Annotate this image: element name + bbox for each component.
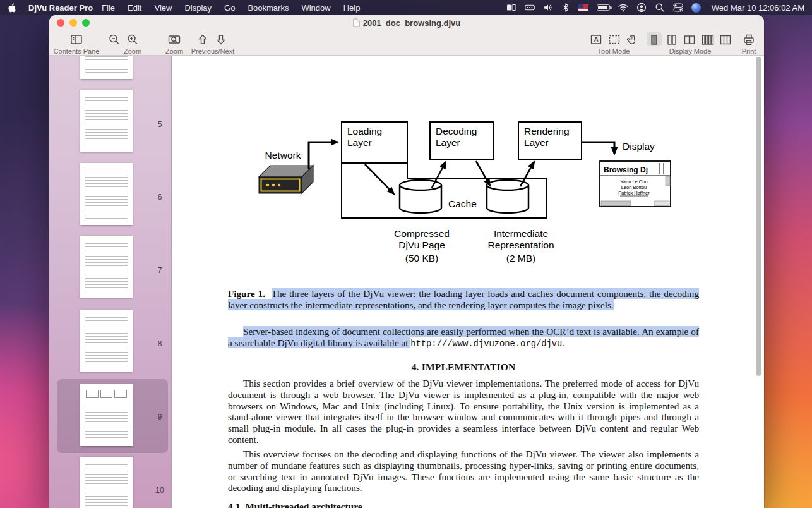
page-thumbnail-7[interactable]	[80, 236, 133, 298]
text-select-tool-button[interactable]: A	[588, 32, 604, 46]
minimize-button[interactable]	[69, 19, 77, 27]
selected-text: The three layers of the DjVu viewer: the…	[228, 288, 699, 310]
browser-window-title: Browsing Dj	[604, 166, 648, 174]
text-select-tool-icon: A	[589, 33, 603, 46]
toolbar: Contents Pane Zoom Zoom Prev	[49, 30, 764, 56]
display-facing-continuous-icon	[701, 33, 715, 46]
apple-menu-icon[interactable]	[8, 3, 17, 13]
thumbnail-figure-preview	[86, 390, 127, 398]
svg-text:Layer: Layer	[524, 137, 549, 148]
page-thumbnail-6[interactable]	[80, 163, 133, 225]
document-proxy-icon	[353, 18, 360, 27]
marquee-select-tool-button[interactable]	[607, 32, 622, 46]
contents-pane-label: Contents Pane	[49, 47, 110, 55]
svg-text:Layer: Layer	[347, 137, 372, 148]
loading-layer-label: Loading	[347, 126, 382, 136]
svg-text:Patrick Haffner: Patrick Haffner	[618, 190, 650, 196]
display-mode-label: Display Mode	[659, 47, 722, 55]
page-thumbnail-9-selected[interactable]	[80, 384, 133, 446]
marquee-zoom-button[interactable]	[167, 32, 182, 46]
bluetooth-icon[interactable]	[561, 3, 570, 13]
volume-icon[interactable]	[543, 3, 553, 13]
zoom-out-icon	[107, 33, 121, 46]
svg-text:(2 MB): (2 MB)	[506, 253, 536, 263]
display-continuous-button[interactable]	[664, 32, 679, 46]
display-facing-button[interactable]	[682, 32, 697, 46]
page-thumbnail-partial[interactable]	[80, 56, 133, 79]
overview-paragraph[interactable]: This overview focuses on the decoding an…	[228, 449, 699, 493]
wifi-icon[interactable]	[618, 3, 628, 13]
figure-diagram: Network Loading Layer Decoding	[235, 116, 690, 270]
svg-text:Yann Le Cun: Yann Le Cun	[620, 179, 647, 184]
window-tiling-icon[interactable]	[506, 3, 516, 13]
menu-display[interactable]: Display	[184, 3, 212, 13]
compressed-cache-cylinder	[400, 180, 441, 213]
page-thumbnail-5[interactable]	[80, 90, 133, 152]
zoom-in-icon	[126, 33, 140, 46]
section-heading: 4. IMPLEMENTATION	[228, 361, 699, 373]
control-center-icon[interactable]	[673, 3, 683, 13]
spotlight-search-icon[interactable]	[655, 3, 665, 13]
prev-next-label: Previous/Next	[178, 47, 248, 55]
next-section-heading: 4.1. Multi-threaded architecture	[228, 501, 362, 508]
svg-text:Layer: Layer	[436, 137, 460, 148]
zoom-in-button[interactable]	[125, 32, 140, 46]
window-title: 2001_doc_browsing.djvu	[363, 18, 461, 28]
zoom-button[interactable]	[82, 19, 90, 27]
previous-page-button[interactable]	[195, 32, 210, 46]
svg-text:(50 KB): (50 KB)	[405, 253, 439, 263]
next-page-button[interactable]	[213, 32, 229, 46]
svg-text:Leon Bottou: Leon Bottou	[621, 184, 647, 190]
page-thumbnail-10[interactable]	[80, 457, 133, 508]
page-thumbnail-8[interactable]	[80, 310, 133, 372]
menu-file[interactable]: File	[102, 3, 115, 13]
menu-help[interactable]: Help	[343, 3, 361, 13]
menu-go[interactable]: Go	[224, 3, 235, 13]
thumbnails-sidebar[interactable]: 5 6 7 8 9 10	[49, 56, 172, 508]
marquee-select-tool-icon	[607, 33, 621, 46]
input-source-flag-icon[interactable]	[578, 4, 588, 11]
svg-text:Representation: Representation	[487, 239, 554, 250]
display-label: Display	[623, 141, 655, 152]
display-facing-continuous-button[interactable]	[700, 32, 715, 46]
network-router-drawing	[259, 166, 313, 193]
figure-caption[interactable]: Figure 1. The three layers of the DjVu v…	[228, 288, 699, 310]
djvu-reader-window: 2001_doc_browsing.djvu Contents Pane Zoo…	[49, 15, 764, 508]
window-chrome: 2001_doc_browsing.djvu Contents Pane Zoo…	[49, 15, 764, 56]
battery-icon[interactable]	[597, 4, 610, 11]
contents-pane-button[interactable]	[69, 32, 84, 46]
document-page[interactable]: Network Loading Layer Decoding	[172, 56, 764, 508]
network-sphere-icon[interactable]	[691, 3, 701, 13]
display-book-button[interactable]	[718, 32, 733, 46]
display-facing-icon	[683, 33, 696, 46]
implementation-paragraph[interactable]: This section provides a brief overview o…	[228, 378, 699, 445]
close-button[interactable]	[57, 19, 64, 27]
hand-tool-icon	[625, 33, 639, 46]
display-continuous-icon	[665, 33, 679, 46]
zoom-out-button[interactable]	[107, 32, 122, 46]
print-button[interactable]	[741, 32, 756, 46]
menu-window[interactable]: Window	[301, 3, 330, 13]
figure-caption-label: Figure 1.	[228, 288, 265, 299]
page-number: 5	[150, 120, 169, 129]
page-number: 8	[150, 339, 169, 348]
intermediate-caption: Intermediate	[494, 228, 548, 239]
display-book-icon	[719, 33, 732, 46]
compressed-caption: Compressed	[394, 228, 450, 239]
keyboard-icon[interactable]	[525, 3, 535, 13]
menu-edit[interactable]: Edit	[128, 3, 141, 13]
menu-view[interactable]: View	[154, 3, 172, 13]
title-bar[interactable]: 2001_doc_browsing.djvu	[49, 15, 764, 30]
indexing-paragraph[interactable]: Server-based indexing of document collec…	[228, 326, 699, 350]
page-number: 10	[150, 486, 169, 495]
vertical-scrollbar[interactable]	[756, 57, 761, 376]
page-number: 7	[150, 266, 169, 275]
display-single-page-button[interactable]	[647, 32, 662, 46]
menu-app-name[interactable]: DjVu Reader Pro	[28, 3, 93, 13]
hand-tool-button[interactable]	[624, 32, 640, 46]
menu-bookmarks[interactable]: Bookmarks	[248, 3, 289, 13]
djvuzone-url[interactable]: http:///www.djvuzone.org/djvu	[410, 339, 562, 349]
menu-clock[interactable]: Wed Mar 10 12:06:02 AM	[712, 3, 804, 13]
cache-label: Cache	[448, 198, 477, 209]
user-switch-icon[interactable]	[636, 3, 647, 13]
